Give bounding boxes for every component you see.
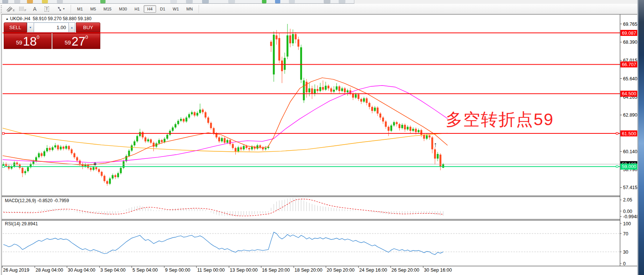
timeframe-button-mn[interactable]: MN — [183, 5, 196, 13]
rsi-pane[interactable] — [3, 232, 620, 254]
rsi-line — [3, 232, 443, 254]
toolbar-cutoff-icon[interactable] — [57, 0, 63, 3]
sell-button[interactable]: SELL — [4, 22, 27, 33]
candle-body — [428, 135, 430, 137]
toolbar-cutoff-icon[interactable] — [324, 0, 330, 3]
toolbar-cutoff-icon[interactable] — [2, 0, 8, 3]
collapse-arrow-icon[interactable]: ▲ — [6, 17, 9, 21]
candle-body — [418, 130, 419, 132]
price-tick-label: 68.390 — [623, 40, 637, 45]
candle-body — [338, 86, 340, 91]
price-tick-label: 62.890 — [623, 112, 637, 118]
toolbar-cutoff-icon[interactable] — [42, 0, 48, 3]
moving-averages-layer — [3, 78, 448, 165]
fibonacci-icon[interactable]: F — [18, 4, 28, 13]
time-tick-label: 26 Sep 20:00 — [391, 268, 419, 273]
candle-body — [265, 148, 266, 149]
toolbar-cutoff-icon[interactable] — [100, 0, 106, 3]
indicator-tick-label: -0.9948 — [623, 214, 639, 219]
chart-window[interactable]: 69.76568.39067.01565.64064.26562.89060.1… — [1, 14, 639, 275]
toolbar-cutoff-icon[interactable] — [275, 0, 280, 3]
candle-body — [407, 127, 409, 129]
cross-marker[interactable]: + — [93, 160, 97, 168]
candle-body — [276, 35, 278, 40]
text-icon[interactable]: A — [30, 4, 40, 13]
candle-body — [38, 153, 40, 157]
indicator-tick-label: 30 — [623, 250, 628, 255]
toolbar-cutoff-icon[interactable] — [202, 0, 209, 3]
candle-body — [109, 179, 111, 184]
toolbar-cutoff-icon[interactable] — [27, 0, 33, 3]
time-tick-label: 28 Aug 04:00 — [36, 268, 63, 273]
line-handle — [3, 166, 4, 167]
toolbar-cutoff-icon[interactable] — [289, 0, 295, 3]
candle-body — [164, 139, 165, 142]
candle-body — [22, 168, 24, 173]
timeframe-button-h1[interactable]: H1 — [131, 5, 143, 13]
price-tick-label: 65.640 — [623, 76, 637, 81]
timeframe-button-w1[interactable]: W1 — [170, 5, 183, 13]
candle-body — [235, 148, 236, 151]
candle-body — [311, 89, 313, 94]
timeframe-button-d1[interactable]: D1 — [157, 5, 169, 13]
volume-decrease-button[interactable]: ▼ — [27, 22, 34, 33]
level-lines-layer[interactable] — [3, 33, 620, 167]
toolbar-cutoff-icon[interactable] — [262, 0, 266, 3]
timeframe-button-h4[interactable]: H4 — [144, 5, 156, 13]
candle-body — [120, 168, 122, 173]
candle-body — [52, 147, 54, 150]
candle-body — [278, 38, 280, 61]
time-axis[interactable]: 26 Aug 201928 Aug 04:0030 Aug 04:003 Sep… — [2, 266, 452, 273]
candle-body — [226, 140, 228, 143]
macd-pane[interactable] — [3, 198, 443, 217]
toolbar-cutoff-icon[interactable] — [339, 0, 345, 3]
candle-body — [207, 118, 209, 123]
pane-borders — [2, 15, 639, 266]
timeframe-button-m30[interactable]: M30 — [116, 5, 130, 13]
candle-body — [57, 145, 59, 149]
triangle-up-icon: ▲ — [70, 26, 73, 29]
candle-body — [46, 148, 48, 151]
candle-body — [300, 47, 302, 80]
up-arrow-annotation[interactable]: ↑ — [434, 141, 437, 149]
toolbar-cutoff-icon[interactable] — [228, 0, 235, 3]
candle-body — [415, 129, 417, 132]
toolbar-cutoff-icon[interactable] — [186, 0, 193, 3]
candle-body — [142, 132, 144, 138]
candle-body — [131, 145, 133, 151]
sell-price-display[interactable]: 59180 — [4, 33, 52, 49]
candle-body — [245, 146, 247, 148]
candle-body — [169, 131, 171, 135]
volume-increase-button[interactable]: ▲ — [68, 22, 76, 33]
candle-body — [224, 138, 226, 142]
symbol-label: UKOil-,H4 — [10, 16, 30, 21]
candle-body — [71, 149, 73, 154]
time-tick-label: 24 Sep 16:00 — [359, 268, 387, 273]
candle-body — [379, 114, 381, 118]
buy-button[interactable]: BUY — [76, 22, 100, 33]
arrows-icon[interactable]: ▾ — [54, 4, 68, 13]
candle-body — [180, 119, 182, 121]
timeframe-button-m15[interactable]: M15 — [100, 5, 115, 13]
timeframe-button-m1[interactable]: M1 — [74, 5, 86, 13]
toolbar-cutoff-icon[interactable] — [170, 0, 177, 3]
time-tick-label: 18 Sep 20:00 — [294, 268, 322, 273]
volume-input[interactable] — [34, 22, 68, 33]
label-icon[interactable]: T — [42, 4, 52, 13]
line-handle — [616, 166, 618, 167]
candle-body — [325, 86, 327, 90]
time-tick-label: 26 Aug 2019 — [3, 268, 29, 273]
toolbar-grip — [1, 5, 4, 13]
line-handle — [3, 133, 4, 135]
price-chart[interactable]: 69.76568.39067.01565.64064.26562.89060.1… — [2, 15, 639, 275]
mid-ma — [3, 86, 448, 163]
candle-body — [434, 149, 436, 159]
buy-price-display[interactable]: 59270 — [52, 33, 100, 49]
timeframe-button-m5[interactable]: M5 — [87, 5, 99, 13]
price-axis[interactable]: 69.76568.39067.01565.64064.26562.89060.1… — [620, 22, 639, 266]
toolbar-cutoff-icon[interactable] — [14, 0, 20, 3]
chart-annotation-text[interactable]: 多空转折点59 — [446, 108, 554, 131]
equidistant-channel-icon[interactable]: E — [6, 4, 16, 13]
candle-body — [426, 135, 428, 139]
candle-body — [330, 89, 332, 92]
